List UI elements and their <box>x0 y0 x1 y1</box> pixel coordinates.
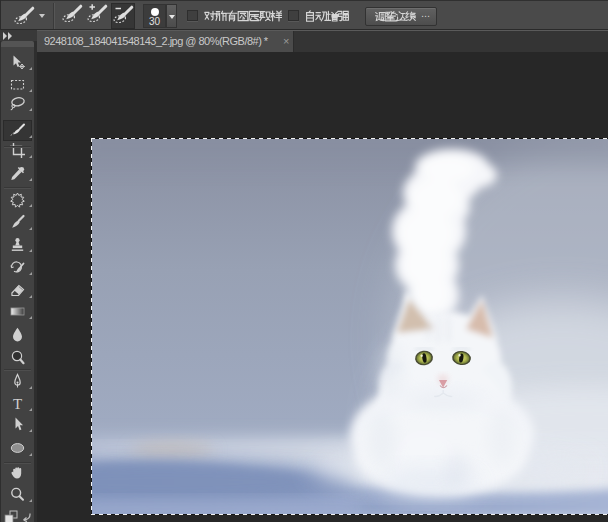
svg-text:T: T <box>13 396 22 412</box>
